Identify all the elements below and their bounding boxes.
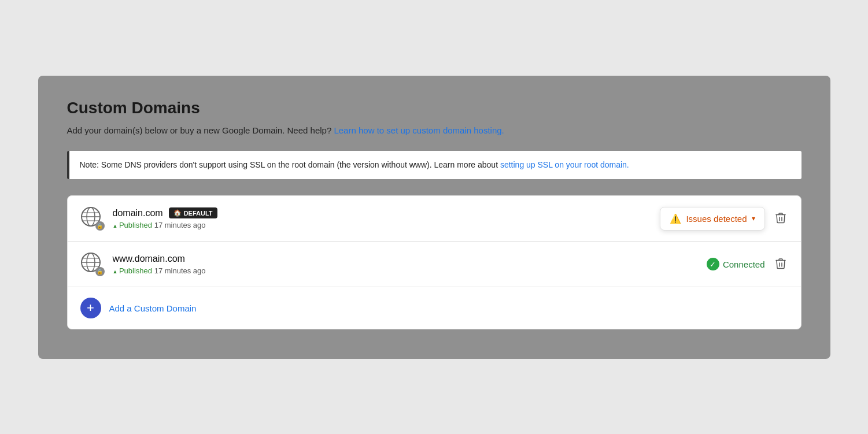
- default-badge-1: 🏠 DEFAULT: [169, 207, 217, 218]
- domains-card: 🔒 domain.com 🏠 DEFAULT Published 17 minu…: [67, 195, 801, 329]
- domain-name-row-1: domain.com 🏠 DEFAULT: [113, 207, 660, 218]
- trash-icon-1: [775, 212, 786, 224]
- delete-domain-2-button[interactable]: [773, 255, 788, 273]
- domain-info-1: domain.com 🏠 DEFAULT Published 17 minute…: [113, 207, 660, 229]
- lock-badge-2: 🔒: [95, 267, 105, 276]
- domain-actions-1: ⚠️ Issues detected ▾: [660, 207, 788, 231]
- published-status-2: Published: [113, 266, 153, 275]
- connected-label: Connected: [723, 259, 765, 269]
- domain-info-2: www.domain.com Published 17 minutes ago: [113, 254, 707, 275]
- custom-domains-container: Custom Domains Add your domain(s) below …: [38, 76, 830, 359]
- page-title: Custom Domains: [67, 99, 801, 117]
- trash-icon-2: [775, 258, 786, 269]
- issues-detected-button[interactable]: ⚠️ Issues detected ▾: [660, 207, 764, 231]
- delete-domain-1-button[interactable]: [773, 210, 788, 228]
- domain-name-row-2: www.domain.com: [113, 254, 707, 264]
- time-ago-2: 17 minutes ago: [154, 266, 206, 275]
- subtitle-text: Add your domain(s) below or buy a new Go…: [67, 125, 332, 135]
- default-label-1: DEFAULT: [184, 210, 213, 217]
- domain-status-2: Published 17 minutes ago: [113, 266, 707, 275]
- page-subtitle: Add your domain(s) below or buy a new Go…: [67, 124, 801, 138]
- home-icon-1: 🏠: [173, 209, 182, 217]
- domain-icon-1: 🔒: [80, 206, 105, 231]
- time-ago-1: 17 minutes ago: [154, 221, 206, 229]
- domain-name-1: domain.com: [113, 208, 163, 218]
- published-status-1: Published: [113, 221, 153, 229]
- issues-detected-label: Issues detected: [686, 214, 747, 224]
- add-custom-domain-label: Add a Custom Domain: [109, 303, 197, 313]
- domain-row-1: 🔒 domain.com 🏠 DEFAULT Published 17 minu…: [68, 196, 801, 242]
- domain-icon-2: 🔒: [80, 252, 105, 276]
- domain-row-2: 🔒 www.domain.com Published 17 minutes ag…: [68, 242, 801, 287]
- learn-more-link[interactable]: Learn how to set up custom domain hostin…: [334, 125, 504, 135]
- lock-badge-1: 🔒: [95, 221, 105, 231]
- domain-actions-2: ✓ Connected: [707, 255, 788, 273]
- chevron-down-icon: ▾: [752, 214, 755, 222]
- note-text: Note: Some DNS providers don't support u…: [80, 160, 498, 169]
- domain-name-2: www.domain.com: [113, 254, 185, 264]
- connected-check-icon: ✓: [707, 258, 719, 270]
- ssl-note-link[interactable]: setting up SSL on your root domain.: [500, 160, 629, 169]
- add-circle-icon: +: [80, 298, 101, 318]
- warning-icon: ⚠️: [670, 213, 681, 224]
- connected-status: ✓ Connected: [707, 258, 765, 270]
- add-custom-domain-row[interactable]: + Add a Custom Domain: [68, 287, 801, 329]
- ssl-note-box: Note: Some DNS providers don't support u…: [67, 151, 801, 179]
- domain-status-1: Published 17 minutes ago: [113, 221, 660, 229]
